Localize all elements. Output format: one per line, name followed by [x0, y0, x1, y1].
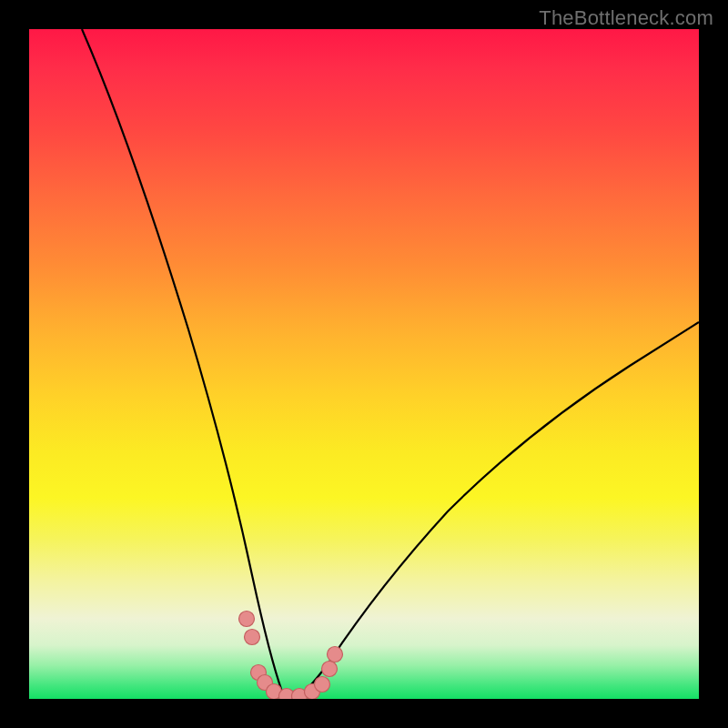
marker-dot: [245, 630, 260, 645]
curve-right: [293, 322, 699, 699]
marker-dot: [239, 612, 255, 627]
marker-dot: [328, 647, 343, 662]
curve-left: [82, 29, 293, 699]
marker-dot: [315, 677, 330, 693]
plot-area: [29, 29, 699, 699]
watermark-text: TheBottleneck.com: [539, 6, 713, 30]
markers-group: [239, 612, 343, 700]
chart-root: TheBottleneck.com: [0, 0, 728, 728]
marker-dot: [322, 662, 338, 677]
chart-svg: [29, 29, 699, 699]
